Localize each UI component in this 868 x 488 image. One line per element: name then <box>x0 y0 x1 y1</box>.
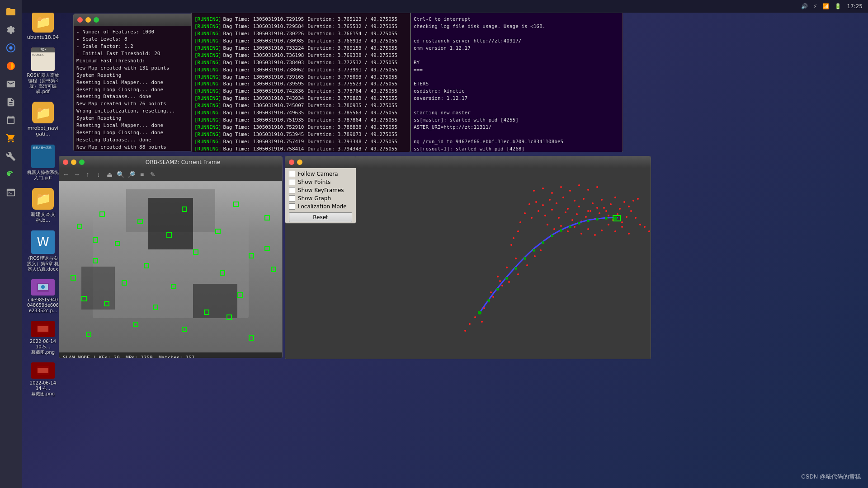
term-line <box>414 102 620 109</box>
taskbar-wechat[interactable] <box>3 166 19 183</box>
screenshot2-icon <box>31 321 55 337</box>
localization-mode-checkbox[interactable] <box>289 203 295 210</box>
desktop-icon-screenshot3[interactable]: 2022-06-14 14-4...幕截图.png <box>25 361 61 399</box>
svg-point-34 <box>524 212 526 214</box>
term-line: === <box>414 66 620 74</box>
taskbar-calendar[interactable] <box>3 112 19 128</box>
toolbar-home-btn[interactable]: ⏏ <box>104 169 114 179</box>
svg-point-36 <box>538 210 539 212</box>
taskbar-email[interactable] <box>3 76 19 92</box>
show-points-checkbox[interactable] <box>289 179 295 185</box>
svg-point-39 <box>558 217 560 219</box>
svg-point-37 <box>544 215 546 216</box>
desktop-icon-mrobot[interactable]: 📁 mrobot_navigati... <box>25 100 61 139</box>
slam-mode: SLAM MODE | KFs: 20, MPs: 1259, Matches:… <box>63 355 194 359</box>
svg-point-95 <box>551 235 553 237</box>
svg-point-53 <box>626 216 627 218</box>
toolbar-menu-btn[interactable]: ≡ <box>137 169 147 179</box>
localization-mode-checkbox-row[interactable]: Localization Mode <box>289 203 352 210</box>
desktop-icons-area: 📁 ubuntu18.04 PDF ROS机器人 ROS机器人高效编程（原书第3… <box>25 9 61 399</box>
svg-point-71 <box>601 230 603 231</box>
mrobot-folder-icon: 📁 <box>32 102 54 123</box>
ros-book-label: ROS机器人高效编程（原书第3版）高清可编辑.pdf <box>27 73 59 94</box>
term-line <box>414 74 620 81</box>
orbslam-close-btn[interactable] <box>63 160 68 165</box>
svg-point-38 <box>551 209 553 211</box>
toolbar-back-btn[interactable]: ← <box>61 169 71 179</box>
svg-point-59 <box>519 221 521 223</box>
desktop-icon-ubuntu[interactable]: 📁 ubuntu18.04 <box>25 9 61 42</box>
desktop-icon-screenshot1[interactable]: c4e985f5940048659de606e23352c.p... <box>25 277 61 315</box>
terminal-topcenter-content: [RUNNING]Bag Time: 1305031910.729195Dura… <box>192 13 410 152</box>
svg-point-68 <box>580 233 582 235</box>
max-btn[interactable] <box>94 17 99 23</box>
desktop-icon-ros-book[interactable]: PDF ROS机器人 ROS机器人高效编程（原书第3版）高清可编辑.pdf <box>25 46 61 96</box>
control-panel-content: Follow Camera Show Points Show KeyFrames… <box>285 168 356 224</box>
svg-point-47 <box>599 212 600 214</box>
term-line <box>414 30 620 38</box>
desktop: 🔊 ⚡ 📶 🔋 17:25 <box>0 0 868 488</box>
cp-close-btn[interactable] <box>289 160 294 165</box>
screenshot1-icon <box>31 279 55 296</box>
svg-point-33 <box>637 198 639 200</box>
svg-point-49 <box>608 215 609 216</box>
term-line: Ctrl-C to interrupt <box>414 16 620 23</box>
svg-point-24 <box>596 207 598 209</box>
svg-point-64 <box>553 228 555 230</box>
toolbar-fwd-btn[interactable]: → <box>72 169 82 179</box>
min-btn[interactable] <box>85 17 91 23</box>
taskbar-shop[interactable] <box>3 130 19 146</box>
taskbar-terminal[interactable] <box>3 184 19 201</box>
toolbar-up-btn[interactable]: ↑ <box>83 169 93 179</box>
term-line: osversion: 1.12.17 <box>414 95 620 102</box>
desktop-icon-robot-book[interactable]: 机器人操作系统 机器人操作系统入门.pdf <box>25 143 61 183</box>
close-btn[interactable] <box>77 17 83 23</box>
svg-point-58 <box>648 230 650 232</box>
taskbar-browser[interactable] <box>3 40 19 56</box>
term-running-line: [RUNNING]Bag Time: 1305031910.749635Dura… <box>194 109 407 117</box>
toolbar-zoomout-btn[interactable]: 🔎 <box>126 169 136 179</box>
taskbar-text[interactable] <box>3 94 19 110</box>
desktop-icon-ros-theory[interactable]: W (ROS理论与实践义）第6章 机器人仿真.docx <box>25 229 61 274</box>
follow-camera-checkbox[interactable] <box>289 171 295 177</box>
battery-icon: 🔋 <box>835 3 841 9</box>
control-panel-titlebar <box>285 156 356 168</box>
term-line: ETERS <box>414 80 620 88</box>
term-line: ed roslaunch server http://zt:40917/ <box>414 38 620 45</box>
show-points-checkbox-row[interactable]: Show Points <box>289 179 352 185</box>
orbslam-min-btn[interactable] <box>71 160 76 165</box>
reset-button[interactable]: Reset <box>289 212 352 222</box>
orbslam-max-btn[interactable] <box>79 160 85 165</box>
desktop-icon-newdoc[interactable]: 📁 新建文本文档.b... <box>25 186 61 225</box>
taskbar-tools[interactable] <box>3 148 19 164</box>
ros-theory-label: (ROS理论与实践义）第6章 机器人仿真.docx <box>27 256 59 272</box>
svg-point-112 <box>481 321 483 323</box>
follow-camera-checkbox-row[interactable]: Follow Camera <box>289 171 352 177</box>
taskbar-firefox[interactable] <box>3 58 19 74</box>
show-keyframes-checkbox[interactable] <box>289 187 295 193</box>
term-running-line: [RUNNING]Bag Time: 1305031910.745007Dura… <box>194 102 407 109</box>
toolbar-down-btn[interactable]: ↓ <box>94 169 104 179</box>
ros-theory-icon: W <box>31 230 55 254</box>
svg-point-16 <box>556 202 557 204</box>
cp-min-btn[interactable] <box>297 160 302 165</box>
svg-point-13 <box>535 201 537 203</box>
robot-book-label: 机器人操作系统入门.pdf <box>27 170 59 181</box>
control-panel-window: Follow Camera Show Points Show KeyFrames… <box>285 156 356 224</box>
orbslam-toolbar: ← → ↑ ↓ ⏏ 🔍 🔎 ≡ ✎ <box>59 168 282 181</box>
show-graph-checkbox-row[interactable]: Show Graph <box>289 195 352 202</box>
svg-point-109 <box>526 264 528 266</box>
desktop-icon-screenshot2[interactable]: 2022-06-14 10-5...幕截图.png <box>25 319 61 357</box>
svg-point-51 <box>617 213 618 215</box>
toolbar-draw-btn[interactable]: ✎ <box>148 169 158 179</box>
toolbar-zoomin-btn[interactable]: 🔍 <box>115 169 125 179</box>
show-graph-checkbox[interactable] <box>289 195 295 202</box>
orbslam-window: ORB-SLAM2: Current Frame ← → ↑ ↓ ⏏ 🔍 🔎 ≡… <box>59 156 283 358</box>
term-running-line: [RUNNING]Bag Time: 1305031910.738062Dura… <box>194 66 407 74</box>
svg-point-85 <box>587 189 589 191</box>
svg-point-20 <box>578 206 580 207</box>
show-keyframes-checkbox-row[interactable]: Show KeyFrames <box>289 187 352 193</box>
taskbar-settings[interactable] <box>3 22 19 38</box>
taskbar-files[interactable] <box>3 4 19 20</box>
ubuntu-folder-icon: 📁 <box>32 11 54 33</box>
